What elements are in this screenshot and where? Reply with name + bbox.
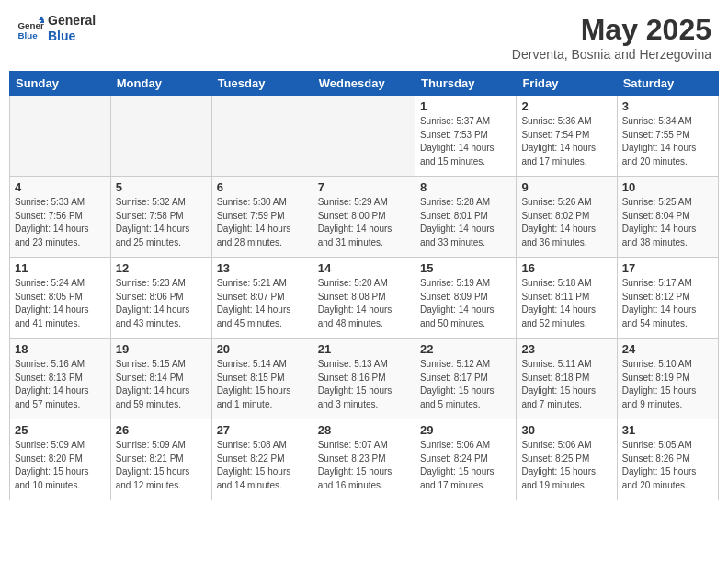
calendar-cell: 2Sunrise: 5:36 AM Sunset: 7:54 PM Daylig… [517,96,617,177]
day-number: 22 [420,342,511,356]
calendar-cell: 1Sunrise: 5:37 AM Sunset: 7:53 PM Daylig… [415,96,516,177]
svg-marker-2 [39,16,44,20]
logo: General Blue General Blue [17,13,96,44]
day-info: Sunrise: 5:18 AM Sunset: 8:11 PM Dayligh… [521,277,611,330]
calendar-cell [10,96,111,177]
svg-text:General: General [18,20,45,30]
weekday-header-row: SundayMondayTuesdayWednesdayThursdayFrid… [10,72,719,96]
svg-text:Blue: Blue [18,29,39,40]
calendar-week-row: 1Sunrise: 5:37 AM Sunset: 7:53 PM Daylig… [10,96,719,177]
day-info: Sunrise: 5:09 AM Sunset: 8:20 PM Dayligh… [15,439,106,492]
day-info: Sunrise: 5:32 AM Sunset: 7:58 PM Dayligh… [116,196,207,249]
day-info: Sunrise: 5:05 AM Sunset: 8:26 PM Dayligh… [622,439,713,492]
calendar-cell: 3Sunrise: 5:34 AM Sunset: 7:55 PM Daylig… [617,96,718,177]
day-info: Sunrise: 5:06 AM Sunset: 8:25 PM Dayligh… [521,439,611,492]
day-number: 21 [318,342,410,356]
calendar-cell [110,96,211,177]
calendar-cell: 25Sunrise: 5:09 AM Sunset: 8:20 PM Dayli… [10,419,111,500]
calendar-cell: 24Sunrise: 5:10 AM Sunset: 8:19 PM Dayli… [617,339,718,419]
day-number: 31 [622,423,713,437]
day-number: 9 [521,180,611,194]
calendar-cell: 10Sunrise: 5:25 AM Sunset: 8:04 PM Dayli… [617,177,718,258]
day-number: 23 [521,342,611,356]
day-number: 16 [521,261,611,275]
day-info: Sunrise: 5:12 AM Sunset: 8:17 PM Dayligh… [420,358,511,411]
location: Derventa, Bosnia and Herzegovina [512,47,711,62]
calendar-cell [313,96,415,177]
calendar-cell: 21Sunrise: 5:13 AM Sunset: 8:16 PM Dayli… [313,339,415,419]
page-header: General Blue General Blue May 2025 Derve… [9,9,719,65]
day-info: Sunrise: 5:10 AM Sunset: 8:19 PM Dayligh… [622,358,713,411]
day-number: 14 [318,261,410,275]
day-number: 8 [420,180,511,194]
calendar-cell: 11Sunrise: 5:24 AM Sunset: 8:05 PM Dayli… [10,258,111,339]
day-info: Sunrise: 5:28 AM Sunset: 8:01 PM Dayligh… [420,196,511,249]
calendar-cell: 28Sunrise: 5:07 AM Sunset: 8:23 PM Dayli… [313,419,415,500]
calendar-week-row: 4Sunrise: 5:33 AM Sunset: 7:56 PM Daylig… [10,177,719,258]
day-number: 15 [420,261,511,275]
calendar-cell: 18Sunrise: 5:16 AM Sunset: 8:13 PM Dayli… [10,339,111,419]
day-number: 28 [318,423,410,437]
calendar-cell: 31Sunrise: 5:05 AM Sunset: 8:26 PM Dayli… [617,419,718,500]
calendar-cell: 15Sunrise: 5:19 AM Sunset: 8:09 PM Dayli… [415,258,516,339]
logo-blue: Blue [48,29,96,44]
calendar-cell: 8Sunrise: 5:28 AM Sunset: 8:01 PM Daylig… [415,177,516,258]
calendar-week-row: 25Sunrise: 5:09 AM Sunset: 8:20 PM Dayli… [10,419,719,500]
day-info: Sunrise: 5:37 AM Sunset: 7:53 PM Dayligh… [420,115,511,168]
day-number: 25 [15,423,106,437]
day-info: Sunrise: 5:34 AM Sunset: 7:55 PM Dayligh… [622,115,713,168]
calendar-cell: 17Sunrise: 5:17 AM Sunset: 8:12 PM Dayli… [617,258,718,339]
logo-general: General [48,13,96,29]
day-info: Sunrise: 5:30 AM Sunset: 7:59 PM Dayligh… [217,196,308,249]
day-number: 10 [622,180,713,194]
day-info: Sunrise: 5:15 AM Sunset: 8:14 PM Dayligh… [116,358,207,411]
calendar-cell: 26Sunrise: 5:09 AM Sunset: 8:21 PM Dayli… [110,419,211,500]
weekday-header: Saturday [617,72,718,96]
calendar-cell: 30Sunrise: 5:06 AM Sunset: 8:25 PM Dayli… [517,419,617,500]
calendar-week-row: 18Sunrise: 5:16 AM Sunset: 8:13 PM Dayli… [10,339,719,419]
weekday-header: Sunday [10,72,111,96]
day-number: 4 [15,180,106,194]
weekday-header: Tuesday [211,72,313,96]
day-number: 5 [116,180,207,194]
day-number: 3 [622,99,713,113]
calendar-cell: 14Sunrise: 5:20 AM Sunset: 8:08 PM Dayli… [313,258,415,339]
month-title: May 2025 [512,13,711,47]
day-info: Sunrise: 5:13 AM Sunset: 8:16 PM Dayligh… [318,358,410,411]
day-info: Sunrise: 5:21 AM Sunset: 8:07 PM Dayligh… [217,277,308,330]
day-number: 6 [217,180,308,194]
calendar-cell: 27Sunrise: 5:08 AM Sunset: 8:22 PM Dayli… [211,419,313,500]
calendar-cell: 16Sunrise: 5:18 AM Sunset: 8:11 PM Dayli… [517,258,617,339]
day-info: Sunrise: 5:09 AM Sunset: 8:21 PM Dayligh… [116,439,207,492]
calendar-cell: 20Sunrise: 5:14 AM Sunset: 8:15 PM Dayli… [211,339,313,419]
day-info: Sunrise: 5:17 AM Sunset: 8:12 PM Dayligh… [622,277,713,330]
day-info: Sunrise: 5:23 AM Sunset: 8:06 PM Dayligh… [116,277,207,330]
weekday-header: Monday [110,72,211,96]
day-number: 29 [420,423,511,437]
day-number: 12 [116,261,207,275]
day-info: Sunrise: 5:36 AM Sunset: 7:54 PM Dayligh… [521,115,611,168]
calendar-cell: 19Sunrise: 5:15 AM Sunset: 8:14 PM Dayli… [110,339,211,419]
day-number: 24 [622,342,713,356]
calendar-cell: 23Sunrise: 5:11 AM Sunset: 8:18 PM Dayli… [517,339,617,419]
day-number: 7 [318,180,410,194]
calendar-cell [211,96,313,177]
day-number: 19 [116,342,207,356]
weekday-header: Friday [517,72,617,96]
day-info: Sunrise: 5:26 AM Sunset: 8:02 PM Dayligh… [521,196,611,249]
title-block: May 2025 Derventa, Bosnia and Herzegovin… [512,13,711,62]
day-number: 17 [622,261,713,275]
calendar-cell: 7Sunrise: 5:29 AM Sunset: 8:00 PM Daylig… [313,177,415,258]
day-number: 13 [217,261,308,275]
day-info: Sunrise: 5:29 AM Sunset: 8:00 PM Dayligh… [318,196,410,249]
day-info: Sunrise: 5:19 AM Sunset: 8:09 PM Dayligh… [420,277,511,330]
calendar-cell: 9Sunrise: 5:26 AM Sunset: 8:02 PM Daylig… [517,177,617,258]
calendar-week-row: 11Sunrise: 5:24 AM Sunset: 8:05 PM Dayli… [10,258,719,339]
calendar-cell: 6Sunrise: 5:30 AM Sunset: 7:59 PM Daylig… [211,177,313,258]
day-number: 20 [217,342,308,356]
weekday-header: Thursday [415,72,516,96]
day-number: 2 [521,99,611,113]
day-number: 27 [217,423,308,437]
day-info: Sunrise: 5:08 AM Sunset: 8:22 PM Dayligh… [217,439,308,492]
day-info: Sunrise: 5:11 AM Sunset: 8:18 PM Dayligh… [521,358,611,411]
